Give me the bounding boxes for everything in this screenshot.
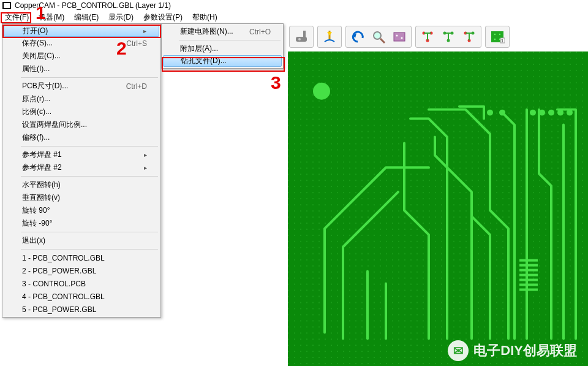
svg-point-2 xyxy=(298,38,301,40)
svg-point-18 xyxy=(494,34,496,35)
svg-point-34 xyxy=(499,110,505,116)
tool-drill-icon[interactable] xyxy=(319,28,340,46)
file-menu-item-attr[interactable]: 属性(I)... xyxy=(4,63,159,75)
open-submenu-item-new[interactable]: 新建电路图(N)...Ctrl+O xyxy=(163,25,282,38)
svg-text:1: 1 xyxy=(501,38,504,44)
svg-rect-1 xyxy=(303,31,306,38)
open-submenu: 新建电路图(N)...Ctrl+O附加层(A)...钻孔文件(D)... xyxy=(161,23,284,69)
file-menu-dropdown: 打开(O)▸保存(S)...Ctrl+S关闭层(C)...属性(I)...PCB… xyxy=(2,23,161,318)
menu-edit[interactable]: 编辑(E) xyxy=(70,12,102,23)
window-title: CopperCAM - PCB_CONTROL.GBL (Layer 1/1) xyxy=(15,1,171,10)
file-menu-item-flipv[interactable]: 垂直翻转(v) xyxy=(4,191,159,204)
menu-bar: 文件(F) 机器(M) 编辑(E) 显示(D) 参数设置(P) 帮助(H) xyxy=(0,11,588,23)
pcb-drawing xyxy=(288,51,588,366)
watermark-text: 电子DIY创易联盟 xyxy=(473,341,577,360)
svg-rect-35 xyxy=(519,259,538,262)
svg-point-28 xyxy=(530,110,536,116)
svg-rect-5 xyxy=(394,32,405,41)
svg-point-3 xyxy=(374,32,381,39)
svg-rect-26 xyxy=(288,51,588,366)
file-menu-item-save[interactable]: 保存(S)...Ctrl+S xyxy=(4,37,159,50)
svg-rect-41 xyxy=(519,288,538,291)
app-icon xyxy=(2,2,11,9)
svg-point-33 xyxy=(487,110,493,116)
svg-rect-40 xyxy=(519,284,538,286)
file-menu-item-exit[interactable]: 退出(x) xyxy=(4,234,159,247)
tool-trace-red-icon[interactable] xyxy=(417,28,438,46)
svg-line-4 xyxy=(380,39,385,43)
file-menu-item-r2[interactable]: 2 - PCB_POWER.GBL xyxy=(4,264,159,277)
tool-zoom-icon[interactable] xyxy=(368,28,389,46)
toolbar: 1 xyxy=(288,25,586,49)
svg-point-27 xyxy=(313,83,330,100)
menu-params[interactable]: 参数设置(P) xyxy=(140,12,186,23)
menu-file[interactable]: 文件(F) xyxy=(1,12,32,23)
tool-trace-mixed-icon[interactable] xyxy=(459,28,480,46)
tool-layer-icon[interactable]: 1 xyxy=(487,28,508,46)
menu-help[interactable]: 帮助(H) xyxy=(189,12,221,23)
file-menu-item-close[interactable]: 关闭层(C)... xyxy=(4,50,159,63)
svg-rect-36 xyxy=(519,264,538,267)
svg-point-30 xyxy=(548,110,554,116)
file-menu-item-rot90[interactable]: 旋转 90° xyxy=(4,204,159,217)
svg-point-7 xyxy=(401,37,403,39)
file-menu-item-r1[interactable]: 1 - PCB_CONTROL.GBL xyxy=(4,251,159,264)
svg-point-19 xyxy=(499,34,500,35)
file-menu-item-origin[interactable]: 原点(r)... xyxy=(4,93,159,105)
file-menu-item-r5[interactable]: 5 - PCB_POWER.GBL xyxy=(4,303,159,316)
svg-point-31 xyxy=(557,110,564,116)
wechat-icon: ✉ xyxy=(448,340,469,361)
file-menu-item-fliph[interactable]: 水平翻转(h) xyxy=(4,178,159,191)
file-menu-item-pads[interactable]: 设置两焊盘间比例... xyxy=(4,118,159,131)
file-menu-item-r3[interactable]: 3 - CONTROL.PCB xyxy=(4,277,159,290)
svg-point-29 xyxy=(539,110,545,116)
file-menu-item-scale[interactable]: 比例(c)... xyxy=(4,105,159,118)
svg-rect-39 xyxy=(519,279,538,281)
file-menu-item-dim[interactable]: PCB尺寸(D)...Ctrl+D xyxy=(4,80,159,93)
file-menu-item-open[interactable]: 打开(O)▸ xyxy=(4,25,159,37)
svg-rect-38 xyxy=(519,274,538,276)
title-bar: CopperCAM - PCB_CONTROL.GBL (Layer 1/1) xyxy=(0,0,588,11)
menu-machine[interactable]: 机器(M) xyxy=(35,12,68,23)
tool-board-icon[interactable] xyxy=(389,28,410,46)
tool-undo-icon[interactable] xyxy=(347,28,368,46)
svg-point-20 xyxy=(494,39,496,40)
watermark: ✉ 电子DIY创易联盟 xyxy=(448,340,577,361)
file-menu-item-r4[interactable]: 4 - PCB_CONTROL.GBL xyxy=(4,290,159,303)
tool-machine-icon[interactable] xyxy=(291,28,312,46)
open-submenu-item-addl[interactable]: 附加层(A)... xyxy=(163,42,282,55)
svg-point-32 xyxy=(567,110,573,116)
svg-rect-37 xyxy=(519,269,538,272)
menu-display[interactable]: 显示(D) xyxy=(105,12,137,23)
tool-trace-green-icon[interactable] xyxy=(438,28,459,46)
file-menu-item-rp2[interactable]: 参考焊盘 #2▸ xyxy=(4,161,159,174)
open-submenu-item-drill[interactable]: 钻孔文件(D)... xyxy=(163,55,282,67)
svg-point-6 xyxy=(396,35,398,37)
file-menu-item-offset[interactable]: 偏移(f)... xyxy=(4,131,159,144)
file-menu-item-rp1[interactable]: 参考焊盘 #1▸ xyxy=(4,148,159,161)
file-menu-item-rotn90[interactable]: 旋转 -90° xyxy=(4,217,159,230)
pcb-canvas[interactable] xyxy=(288,51,588,366)
